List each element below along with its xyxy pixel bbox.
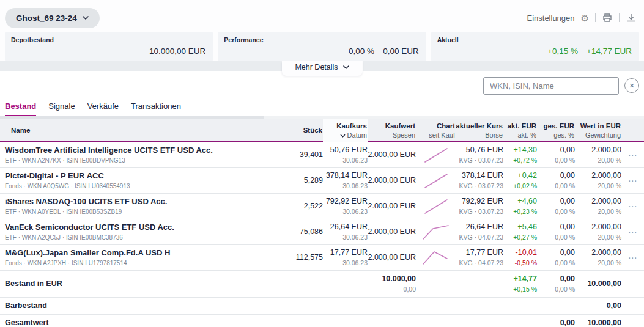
kaufkurs-cell: 792,92 EUR30.06.23 xyxy=(323,196,368,216)
col-wert[interactable]: Wert in EURGewichtung xyxy=(575,122,621,140)
search-input[interactable] xyxy=(483,77,619,95)
akt-eur-cell: +4,60+0,23 % xyxy=(503,196,537,216)
row-menu-button[interactable]: ⋯ xyxy=(621,227,644,238)
col-stueck[interactable]: Stück xyxy=(277,126,323,136)
kaufwert-cell: 2.000,00 EUR xyxy=(368,150,416,161)
summary-ges-eur: 0,00 xyxy=(537,318,575,327)
kaufkurs-cell: 50,76 EUR30.06.23 xyxy=(323,145,368,164)
more-details-button[interactable]: Mehr Details xyxy=(281,61,362,76)
instrument-name[interactable]: VanEck Semiconductor UCITS ETF USD Acc. xyxy=(5,222,277,233)
aktuell-percent: +0,15 % xyxy=(547,46,578,56)
instrument-details: ETF · WKN A0YEDL · ISIN IE00B53SZB19 xyxy=(5,208,277,216)
row-menu-button[interactable]: ⋯ xyxy=(621,252,644,263)
tab-bestand[interactable]: Bestand xyxy=(5,101,36,116)
gear-icon[interactable]: ⚙ xyxy=(581,13,589,23)
summary-row-bestand: Bestand in EUR 10.000,000,00 +14,77+0,15… xyxy=(0,271,644,298)
row-menu-button[interactable]: ⋯ xyxy=(621,201,644,212)
ges-eur-cell: 0,000,00 % xyxy=(537,171,575,190)
akt-eur-cell: +5,46+0,27 % xyxy=(503,222,537,241)
stueck-cell: 39,401 xyxy=(277,150,323,161)
stueck-cell: 112,575 xyxy=(277,252,323,263)
summary-wert: 0,00 xyxy=(575,301,621,312)
summary-label: Bestand in EUR xyxy=(0,279,277,290)
instrument-details: Fonds · WKN A2JPXH · ISIN LU1797817514 xyxy=(5,259,277,268)
table-row: Pictet-Digital - P EUR ACCFonds · WKN A0… xyxy=(0,168,644,194)
wert-cell: 2.000,0020,00 % xyxy=(575,196,621,216)
summary-akt-eur: +14,77+0,15 % xyxy=(503,274,537,293)
table-row: VanEck Semiconductor UCITS ETF USD Acc.E… xyxy=(0,219,644,245)
card-label: Depotbestand xyxy=(11,36,54,43)
download-icon[interactable] xyxy=(626,13,637,23)
instrument-details: Fonds · WKN A0Q5WG · ISIN LU0340554913 xyxy=(5,182,277,191)
card-aktuell: Aktuell +0,15 % +14,77 EUR xyxy=(431,32,639,61)
aktueller-kurs-cell: 26,64 EURKVG · 04.07.23 xyxy=(456,222,503,241)
row-menu-button[interactable]: ⋯ xyxy=(621,150,644,161)
ges-eur-cell: 0,000,00 % xyxy=(537,248,575,267)
summary-wert: 10.000,00 xyxy=(575,279,621,290)
wert-cell: 2.000,0020,00 % xyxy=(575,171,621,190)
col-ges-eur[interactable]: ges. EURges. % xyxy=(537,122,575,140)
summary-row-barbestand: Barbestand 0,00 xyxy=(0,298,644,315)
close-icon[interactable]: × xyxy=(624,78,639,93)
summary-row-gesamtwert: Gesamtwert 0,00 10.000,00 xyxy=(0,315,644,327)
divider xyxy=(619,13,620,22)
table-header: Name Stück Kaufkurs Datum KaufwertSpesen… xyxy=(0,119,644,142)
instrument-details: ETF · WKN A2N7KX · ISIN IE00BDVPNG13 xyxy=(5,156,277,165)
summary-label: Gesamtwert xyxy=(0,318,277,327)
sparkline-chart[interactable] xyxy=(416,224,456,241)
tab-verkaeufe[interactable]: Verkäufe xyxy=(87,101,119,116)
performance-eur: 0,00 EUR xyxy=(383,46,419,56)
sparkline-chart[interactable] xyxy=(416,172,456,189)
print-icon[interactable] xyxy=(602,13,613,23)
table-row: WisdomTree Artificial Intelligence UCITS… xyxy=(0,142,644,168)
col-akt-eur[interactable]: akt. EURakt. % xyxy=(503,122,537,140)
wert-cell: 2.000,0020,00 % xyxy=(575,222,621,241)
summary-label: Barbestand xyxy=(0,301,277,312)
more-details-label: Mehr Details xyxy=(295,63,338,72)
aktueller-kurs-cell: 378,14 EURKVG · 03.07.23 xyxy=(456,171,503,190)
instrument-name[interactable]: iShares NASDAQ-100 UCITS ETF USD Acc. xyxy=(5,196,277,207)
depotbestand-value: 10.000,00 EUR xyxy=(149,46,205,56)
instrument-name[interactable]: WisdomTree Artificial Intelligence UCITS… xyxy=(5,145,277,156)
portfolio-selector[interactable]: Ghost_69 23-24 xyxy=(5,8,100,28)
chevron-down-icon xyxy=(83,16,89,20)
aktueller-kurs-cell: 17,77 EURKVG · 04.07.23 xyxy=(456,248,503,267)
instrument-details: ETF · WKN A2QC5J · ISIN IE00BMC38736 xyxy=(5,233,277,242)
kaufwert-cell: 2.000,00 EUR xyxy=(368,252,416,263)
akt-eur-cell: +14,30+0,72 % xyxy=(503,145,537,164)
col-chart[interactable]: Chartseit Kauf xyxy=(416,122,456,140)
stueck-cell: 5,289 xyxy=(277,175,323,186)
card-label: Performance xyxy=(224,36,263,43)
chevron-down-icon xyxy=(343,65,349,69)
sparkline-chart[interactable] xyxy=(416,249,456,266)
header-divider-strip: Mehr Details xyxy=(0,61,644,71)
instrument-name[interactable]: Pictet-Digital - P EUR ACC xyxy=(5,171,277,182)
summary-ges-eur: 0,000,00 % xyxy=(537,274,575,293)
kaufkurs-cell: 378,14 EUR30.06.23 xyxy=(323,171,368,190)
col-name[interactable]: Name xyxy=(0,126,277,136)
settings-label[interactable]: Einstellungen xyxy=(527,13,574,23)
stueck-cell: 75,086 xyxy=(277,227,323,238)
depot-header: Ghost_69 23-24 Einstellungen ⚙ Depotbest… xyxy=(0,0,644,61)
tab-signale[interactable]: Signale xyxy=(48,101,75,116)
tab-transaktionen[interactable]: Transaktionen xyxy=(131,101,181,116)
performance-percent: 0,00 % xyxy=(349,46,374,56)
table-row: M&G(Lux).Japan Smaller Comp.Fd.A USD HFo… xyxy=(0,245,644,271)
sparkline-chart[interactable] xyxy=(416,198,456,215)
stueck-cell: 2,522 xyxy=(277,201,323,212)
kaufwert-cell: 2.000,00 EUR xyxy=(368,175,416,186)
col-kaufwert[interactable]: KaufwertSpesen xyxy=(368,122,416,140)
ges-eur-cell: 0,000,00 % xyxy=(537,145,575,164)
sparkline-chart[interactable] xyxy=(416,147,456,164)
kaufkurs-cell: 26,64 EUR30.06.23 xyxy=(323,222,368,241)
depot-tabs: Bestand Signale Verkäufe Transaktionen xyxy=(0,97,644,116)
card-depotbestand: Depotbestand 10.000,00 EUR xyxy=(5,32,213,61)
divider xyxy=(595,13,596,22)
col-aktueller-kurs[interactable]: aktueller KursBörse xyxy=(456,122,503,140)
akt-eur-cell: +0,42+0,02 % xyxy=(503,171,537,190)
sort-desc-icon xyxy=(340,134,346,138)
col-kaufkurs[interactable]: Kaufkurs Datum xyxy=(323,119,368,142)
instrument-name[interactable]: M&G(Lux).Japan Smaller Comp.Fd.A USD H xyxy=(5,248,277,259)
row-menu-button[interactable]: ⋯ xyxy=(621,175,644,186)
card-label: Aktuell xyxy=(437,36,459,43)
